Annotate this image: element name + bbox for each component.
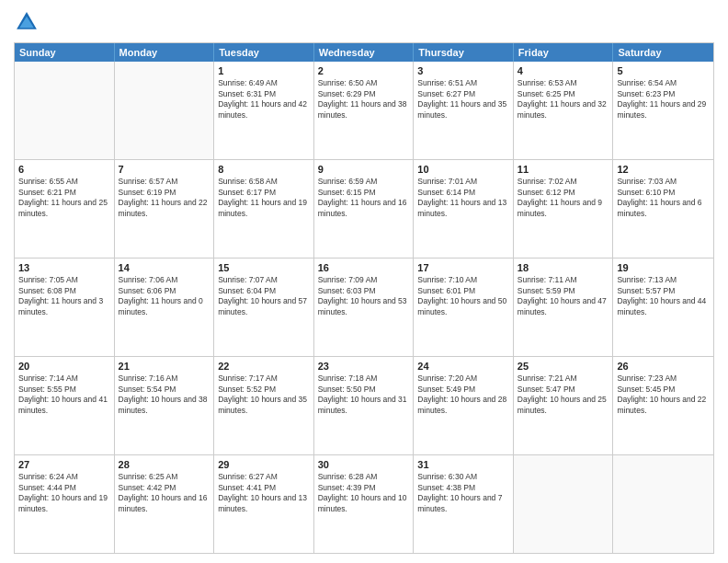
day-number: 6 — [18, 163, 110, 176]
cal-cell — [514, 455, 614, 553]
day-number: 18 — [518, 261, 609, 274]
day-number: 3 — [417, 64, 509, 77]
day-info: Sunrise: 7:13 AM Sunset: 5:57 PM Dayligh… — [617, 275, 710, 317]
day-number: 5 — [617, 64, 710, 77]
logo-icon — [14, 9, 40, 35]
cal-cell — [115, 62, 215, 159]
cal-cell: 11Sunrise: 7:02 AM Sunset: 6:12 PM Dayli… — [514, 160, 614, 258]
day-info: Sunrise: 7:09 AM Sunset: 6:03 PM Dayligh… — [318, 275, 410, 317]
page: SundayMondayTuesdayWednesdayThursdayFrid… — [0, 0, 728, 563]
day-info: Sunrise: 7:17 AM Sunset: 5:52 PM Dayligh… — [218, 373, 310, 416]
cal-cell: 6Sunrise: 6:55 AM Sunset: 6:21 PM Daylig… — [15, 160, 115, 258]
cal-cell: 8Sunrise: 6:58 AM Sunset: 6:17 PM Daylig… — [214, 160, 314, 258]
day-number: 12 — [617, 163, 710, 176]
day-number: 22 — [218, 360, 310, 373]
cal-header-cell: Tuesday — [214, 43, 314, 62]
cal-cell: 1Sunrise: 6:49 AM Sunset: 6:31 PM Daylig… — [214, 62, 314, 159]
cal-cell: 27Sunrise: 6:24 AM Sunset: 4:44 PM Dayli… — [15, 455, 115, 553]
cal-cell: 30Sunrise: 6:28 AM Sunset: 4:39 PM Dayli… — [314, 455, 415, 553]
day-info: Sunrise: 7:23 AM Sunset: 5:45 PM Dayligh… — [617, 373, 710, 416]
day-info: Sunrise: 6:58 AM Sunset: 6:17 PM Dayligh… — [218, 177, 310, 219]
cal-row: 13Sunrise: 7:05 AM Sunset: 6:08 PM Dayli… — [15, 259, 713, 357]
cal-row: 6Sunrise: 6:55 AM Sunset: 6:21 PM Daylig… — [15, 160, 713, 259]
day-info: Sunrise: 6:55 AM Sunset: 6:21 PM Dayligh… — [18, 177, 110, 219]
cal-cell: 10Sunrise: 7:01 AM Sunset: 6:14 PM Dayli… — [414, 160, 514, 258]
calendar: SundayMondayTuesdayWednesdayThursdayFrid… — [14, 42, 714, 554]
day-number: 17 — [417, 261, 509, 274]
day-info: Sunrise: 6:59 AM Sunset: 6:15 PM Dayligh… — [318, 177, 410, 219]
day-number: 19 — [617, 261, 710, 274]
header — [14, 9, 714, 35]
cal-cell: 29Sunrise: 6:27 AM Sunset: 4:41 PM Dayli… — [214, 455, 314, 553]
day-info: Sunrise: 6:50 AM Sunset: 6:29 PM Dayligh… — [318, 78, 410, 121]
day-number: 28 — [119, 458, 210, 471]
day-number: 1 — [218, 64, 310, 77]
day-info: Sunrise: 6:51 AM Sunset: 6:27 PM Dayligh… — [417, 78, 509, 121]
cal-cell: 22Sunrise: 7:17 AM Sunset: 5:52 PM Dayli… — [214, 357, 314, 454]
day-info: Sunrise: 7:03 AM Sunset: 6:10 PM Dayligh… — [617, 177, 710, 219]
day-info: Sunrise: 7:10 AM Sunset: 6:01 PM Dayligh… — [417, 275, 509, 317]
cal-header-cell: Thursday — [414, 43, 514, 62]
cal-cell: 20Sunrise: 7:14 AM Sunset: 5:55 PM Dayli… — [15, 357, 115, 454]
day-number: 27 — [18, 458, 110, 471]
day-number: 30 — [318, 458, 410, 471]
day-number: 2 — [318, 64, 410, 77]
cal-cell: 24Sunrise: 7:20 AM Sunset: 5:49 PM Dayli… — [414, 357, 514, 454]
day-info: Sunrise: 6:28 AM Sunset: 4:39 PM Dayligh… — [318, 472, 410, 514]
cal-cell: 17Sunrise: 7:10 AM Sunset: 6:01 PM Dayli… — [414, 259, 514, 356]
cal-cell: 3Sunrise: 6:51 AM Sunset: 6:27 PM Daylig… — [414, 62, 514, 159]
day-info: Sunrise: 7:02 AM Sunset: 6:12 PM Dayligh… — [518, 177, 609, 219]
day-info: Sunrise: 7:18 AM Sunset: 5:50 PM Dayligh… — [318, 373, 410, 416]
day-info: Sunrise: 6:49 AM Sunset: 6:31 PM Dayligh… — [218, 78, 310, 121]
day-number: 9 — [318, 163, 410, 176]
cal-cell: 21Sunrise: 7:16 AM Sunset: 5:54 PM Dayli… — [115, 357, 215, 454]
day-number: 11 — [518, 163, 609, 176]
day-info: Sunrise: 6:54 AM Sunset: 6:23 PM Dayligh… — [617, 78, 710, 121]
day-number: 8 — [218, 163, 310, 176]
day-number: 16 — [318, 261, 410, 274]
day-info: Sunrise: 7:20 AM Sunset: 5:49 PM Dayligh… — [417, 373, 509, 416]
day-info: Sunrise: 7:14 AM Sunset: 5:55 PM Dayligh… — [18, 373, 110, 416]
cal-cell: 9Sunrise: 6:59 AM Sunset: 6:15 PM Daylig… — [314, 160, 415, 258]
cal-cell: 4Sunrise: 6:53 AM Sunset: 6:25 PM Daylig… — [514, 62, 614, 159]
day-number: 31 — [417, 458, 509, 471]
cal-cell: 26Sunrise: 7:23 AM Sunset: 5:45 PM Dayli… — [613, 357, 713, 454]
cal-cell — [613, 455, 713, 553]
logo — [14, 9, 41, 35]
day-number: 10 — [417, 163, 509, 176]
day-number: 23 — [318, 360, 410, 373]
day-info: Sunrise: 7:05 AM Sunset: 6:08 PM Dayligh… — [18, 275, 110, 317]
cal-cell: 13Sunrise: 7:05 AM Sunset: 6:08 PM Dayli… — [15, 259, 115, 356]
cal-header-cell: Friday — [514, 43, 614, 62]
day-number: 20 — [18, 360, 110, 373]
day-number: 21 — [119, 360, 210, 373]
cal-cell: 14Sunrise: 7:06 AM Sunset: 6:06 PM Dayli… — [115, 259, 215, 356]
cal-row: 27Sunrise: 6:24 AM Sunset: 4:44 PM Dayli… — [15, 455, 713, 553]
cal-cell: 5Sunrise: 6:54 AM Sunset: 6:23 PM Daylig… — [613, 62, 713, 159]
cal-header-cell: Saturday — [613, 43, 713, 62]
day-number: 24 — [417, 360, 509, 373]
day-number: 4 — [518, 64, 609, 77]
cal-row: 1Sunrise: 6:49 AM Sunset: 6:31 PM Daylig… — [15, 62, 713, 160]
cal-cell: 31Sunrise: 6:30 AM Sunset: 4:38 PM Dayli… — [414, 455, 514, 553]
day-number: 7 — [119, 163, 210, 176]
day-number: 14 — [119, 261, 210, 274]
cal-header-cell: Monday — [115, 43, 215, 62]
day-info: Sunrise: 6:30 AM Sunset: 4:38 PM Dayligh… — [417, 472, 509, 514]
calendar-header: SundayMondayTuesdayWednesdayThursdayFrid… — [15, 43, 713, 62]
cal-cell: 23Sunrise: 7:18 AM Sunset: 5:50 PM Dayli… — [314, 357, 415, 454]
day-info: Sunrise: 6:24 AM Sunset: 4:44 PM Dayligh… — [18, 472, 110, 514]
day-info: Sunrise: 7:21 AM Sunset: 5:47 PM Dayligh… — [518, 373, 609, 416]
day-number: 13 — [18, 261, 110, 274]
day-info: Sunrise: 7:06 AM Sunset: 6:06 PM Dayligh… — [119, 275, 210, 317]
cal-cell: 7Sunrise: 6:57 AM Sunset: 6:19 PM Daylig… — [115, 160, 215, 258]
day-info: Sunrise: 7:11 AM Sunset: 5:59 PM Dayligh… — [518, 275, 609, 317]
day-info: Sunrise: 6:25 AM Sunset: 4:42 PM Dayligh… — [119, 472, 210, 514]
cal-row: 20Sunrise: 7:14 AM Sunset: 5:55 PM Dayli… — [15, 357, 713, 455]
cal-cell: 28Sunrise: 6:25 AM Sunset: 4:42 PM Dayli… — [115, 455, 215, 553]
calendar-body: 1Sunrise: 6:49 AM Sunset: 6:31 PM Daylig… — [15, 62, 713, 553]
day-info: Sunrise: 7:07 AM Sunset: 6:04 PM Dayligh… — [218, 275, 310, 317]
cal-header-cell: Sunday — [15, 43, 115, 62]
day-info: Sunrise: 7:16 AM Sunset: 5:54 PM Dayligh… — [119, 373, 210, 416]
day-number: 25 — [518, 360, 609, 373]
